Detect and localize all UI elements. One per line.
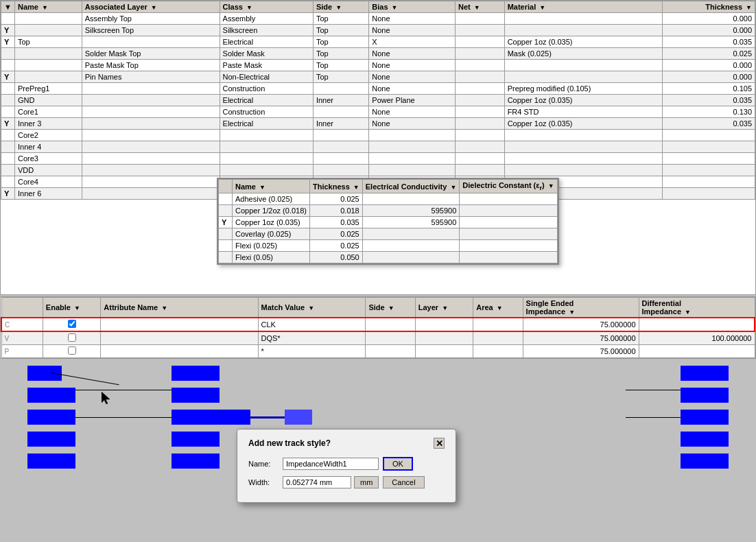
imp-col-layer[interactable]: Layer ▼ <box>415 298 473 318</box>
row-class: Construction <box>220 106 313 118</box>
sort-icon: ▼ <box>4 3 12 11</box>
mat-col-name[interactable]: Name ▼ <box>233 180 310 193</box>
mat-dielectric <box>460 205 557 217</box>
material-row: Coverlay (0.025) 0.025 <box>219 228 558 240</box>
ok-button[interactable]: OK <box>383 457 413 471</box>
table-row: Core1 Construction None FR4 STD 0.130 <box>1 106 755 118</box>
col-header-side[interactable]: Side ▼ <box>313 1 368 13</box>
dialog-close-button[interactable]: ✕ <box>434 438 445 449</box>
row-name <box>15 25 82 36</box>
dialog-title-text: Add new track style? <box>248 438 331 448</box>
pcb-block-10 <box>172 453 220 469</box>
col-header-net[interactable]: Net ▼ <box>455 1 504 13</box>
mat-thickness: 0.025 <box>309 240 362 252</box>
mat-name: Flexi (0.025) <box>233 240 310 252</box>
stub-letter: C <box>1 318 43 331</box>
row-material <box>504 141 662 153</box>
row-bias: None <box>369 106 456 118</box>
assoc-sort: ▼ <box>151 4 157 11</box>
row-side: Inner <box>313 118 368 130</box>
row-assoc <box>82 188 220 200</box>
col-header-name[interactable]: Name ▼ <box>15 1 82 13</box>
row-name: Inner 3 <box>15 118 82 130</box>
name-input[interactable] <box>283 458 379 470</box>
row-bias <box>369 153 456 165</box>
imp-col-area[interactable]: Area ▼ <box>473 298 523 318</box>
cancel-button[interactable]: Cancel <box>383 476 424 488</box>
row-assoc <box>82 83 220 95</box>
row-class <box>220 141 313 153</box>
row-side <box>313 165 368 176</box>
row-material <box>504 153 662 165</box>
col-header-material[interactable]: Material ▼ <box>504 1 662 13</box>
imp-layer <box>415 345 473 358</box>
row-net <box>455 60 504 71</box>
impedance-table-wrapper: Enable ▼ Attribute Name ▼ Match Value ▼ … <box>0 296 756 359</box>
stub-letter: P <box>1 345 43 358</box>
imp-col-single[interactable]: Single EndedImpedance ▼ <box>523 298 639 318</box>
thickness-sort: ▼ <box>746 4 752 11</box>
imp-layer <box>415 331 473 345</box>
mat-col-thickness[interactable]: Thickness ▼ <box>309 180 362 193</box>
row-material: Copper 1oz (0.035) <box>504 95 662 106</box>
pcb-block-7 <box>172 388 220 403</box>
stub-letter: V <box>1 331 43 345</box>
mat-y <box>219 205 233 217</box>
row-side: Top <box>313 13 368 25</box>
bias-sort: ▼ <box>392 4 398 11</box>
mat-y <box>219 193 233 205</box>
imp-col-enable[interactable]: Enable ▼ <box>43 298 100 318</box>
row-net <box>455 153 504 165</box>
col-header-bias[interactable]: Bias ▼ <box>369 1 456 13</box>
mat-conductivity <box>362 252 460 263</box>
imp-col-side[interactable]: Side ▼ <box>366 298 415 318</box>
col-header-check[interactable]: ▼ <box>1 1 15 13</box>
mat-dielectric <box>460 193 557 205</box>
enable-checkbox[interactable] <box>68 333 76 342</box>
row-class <box>220 153 313 165</box>
layer-table: ▼ Name ▼ Associated Layer ▼ Class ▼ Side… <box>1 1 755 200</box>
imp-col-attr[interactable]: Attribute Name ▼ <box>101 298 258 318</box>
row-assoc: Paste Mask Top <box>82 60 220 71</box>
col-header-class[interactable]: Class ▼ <box>220 1 313 13</box>
unit-button[interactable]: mm <box>354 476 379 488</box>
impedance-table: Enable ▼ Attribute Name ▼ Match Value ▼ … <box>1 297 755 358</box>
row-assoc <box>82 165 220 176</box>
table-row: Paste Mask Top Paste Mask Top None 0.000 <box>1 60 755 71</box>
mat-name: Flexi (0.05) <box>233 252 310 263</box>
mat-col-conductivity[interactable]: Electrical Conductivity ▼ <box>362 180 460 193</box>
row-assoc: Pin Names <box>82 71 220 83</box>
class-sort: ▼ <box>246 4 252 11</box>
material-row: Adhesive (0.025) 0.025 <box>219 193 558 205</box>
row-class <box>220 130 313 141</box>
table-row: Inner 4 <box>1 141 755 153</box>
col-header-assoc[interactable]: Associated Layer ▼ <box>82 1 220 13</box>
mat-col-check[interactable] <box>219 180 233 193</box>
row-y-marker: Y <box>1 25 15 36</box>
imp-col-diff[interactable]: DifferentialImpedance ▼ <box>639 298 755 318</box>
mat-conductivity: 595900 <box>362 205 460 217</box>
row-class: Electrical <box>220 36 313 48</box>
row-thickness: 0.035 <box>662 118 755 130</box>
row-thickness: 0.105 <box>662 83 755 95</box>
row-class: Silkscreen <box>220 25 313 36</box>
mat-y <box>219 240 233 252</box>
row-assoc <box>82 36 220 48</box>
row-y-marker <box>1 130 15 141</box>
enable-checkbox[interactable] <box>68 346 76 355</box>
row-class: Non-Electrical <box>220 71 313 83</box>
row-thickness: 0.025 <box>662 48 755 60</box>
col-header-thickness[interactable]: Thickness ▼ <box>662 1 755 13</box>
side-sort: ▼ <box>335 4 342 11</box>
row-y-marker <box>1 106 15 118</box>
width-input[interactable] <box>283 476 351 488</box>
row-net <box>455 141 504 153</box>
mat-col-dielectric[interactable]: Dielectric Constant (εr) ▼ <box>460 180 557 193</box>
enable-checkbox[interactable] <box>68 320 76 328</box>
row-assoc <box>82 118 220 130</box>
imp-col-match[interactable]: Match Value ▼ <box>258 298 366 318</box>
row-name: GND <box>15 95 82 106</box>
row-y-marker <box>1 141 15 153</box>
row-assoc <box>82 153 220 165</box>
imp-match: * <box>258 345 366 358</box>
